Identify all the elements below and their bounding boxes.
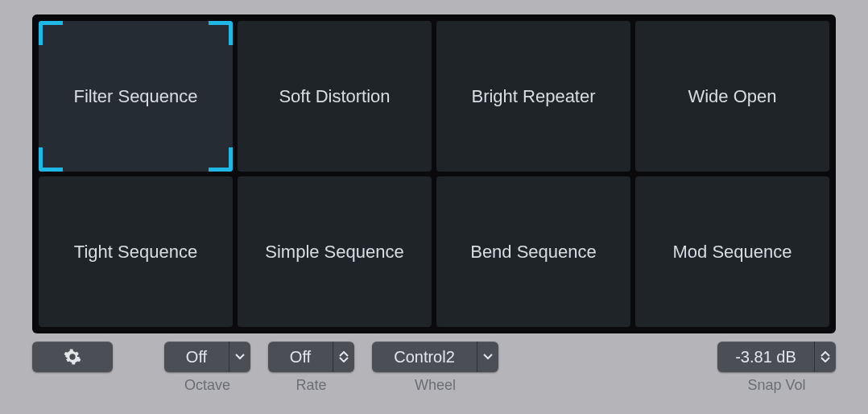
- wheel-label: Wheel: [415, 377, 456, 394]
- snapvol-stepper[interactable]: -3.81 dB: [717, 342, 836, 372]
- bottom-toolbar: Off Octave Off Rate Control2 Wheel: [32, 342, 836, 394]
- snapshot-pad-5[interactable]: Tight Sequence: [39, 176, 233, 327]
- snapshot-pad-2[interactable]: Soft Distortion: [238, 21, 432, 172]
- chevron-down-icon: [229, 342, 250, 372]
- pad-label: Soft Distortion: [279, 85, 390, 108]
- snapshot-pad-1[interactable]: Filter Sequence: [39, 21, 233, 172]
- octave-value: Off: [164, 342, 229, 372]
- chevron-down-icon: [477, 342, 498, 372]
- wheel-dropdown[interactable]: Control2: [372, 342, 498, 372]
- octave-dropdown[interactable]: Off: [164, 342, 250, 372]
- snapvol-item: -3.81 dB Snap Vol: [717, 342, 836, 394]
- wheel-value: Control2: [372, 342, 477, 372]
- snapshot-pad-grid: Filter Sequence Soft Distortion Bright R…: [39, 21, 829, 327]
- rate-stepper[interactable]: Off: [268, 342, 354, 372]
- octave-label: Octave: [184, 377, 230, 394]
- pad-label: Bend Sequence: [470, 241, 597, 263]
- rate-item: Off Rate: [268, 342, 354, 394]
- rate-label: Rate: [296, 377, 326, 394]
- settings-button[interactable]: [32, 342, 113, 372]
- pad-label: Mod Sequence: [673, 241, 792, 263]
- wheel-item: Control2 Wheel: [372, 342, 498, 394]
- snapshot-pad-8[interactable]: Mod Sequence: [635, 176, 829, 327]
- snapshot-pad-3[interactable]: Bright Repeater: [436, 21, 630, 172]
- rate-value: Off: [268, 342, 333, 372]
- pad-label: Simple Sequence: [265, 241, 403, 263]
- snapshot-pad-4[interactable]: Wide Open: [635, 21, 829, 172]
- pad-label: Tight Sequence: [74, 241, 197, 263]
- settings-item: [32, 342, 113, 372]
- snapvol-label: Snap Vol: [747, 377, 805, 394]
- stepper-icon: [333, 342, 354, 372]
- pad-label: Bright Repeater: [471, 85, 595, 108]
- octave-item: Off Octave: [164, 342, 250, 394]
- pad-label: Wide Open: [688, 85, 776, 108]
- snapshot-panel: Filter Sequence Soft Distortion Bright R…: [32, 14, 836, 333]
- snapvol-value: -3.81 dB: [717, 342, 814, 372]
- stepper-icon: [815, 342, 836, 372]
- gear-icon: [64, 348, 81, 366]
- pad-label: Filter Sequence: [73, 85, 197, 108]
- snapshot-pad-7[interactable]: Bend Sequence: [436, 176, 630, 327]
- snapshot-pad-6[interactable]: Simple Sequence: [238, 176, 432, 327]
